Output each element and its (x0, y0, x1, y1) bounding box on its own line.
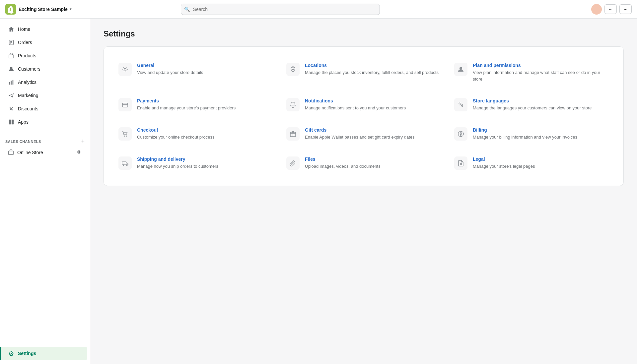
svg-rect-17 (9, 151, 13, 155)
truck-icon (118, 156, 132, 170)
svg-point-22 (124, 136, 125, 137)
topbar-button-2[interactable]: ··· (619, 4, 632, 14)
sidebar-item-analytics[interactable]: Analytics (3, 76, 87, 89)
settings-item-notifications[interactable]: Notifications Manage notifications sent … (280, 90, 448, 119)
home-icon (8, 26, 15, 32)
svg-point-27 (123, 165, 124, 166)
settings-item-locations[interactable]: Locations Manage the places you stock in… (280, 55, 448, 90)
customers-icon (8, 66, 15, 72)
sidebar: Home Orders Products Customers Analytics (0, 19, 90, 364)
settings-item-billing[interactable]: Billing Manage your billing information … (448, 119, 615, 149)
sidebar-item-orders[interactable]: Orders (3, 36, 87, 49)
settings-item-legal[interactable]: Legal Manage your store's legal pages (448, 149, 615, 178)
settings-item-title: Shipping and delivery (137, 156, 218, 162)
settings-item-desc: Manage notifications sent to you and you… (305, 105, 406, 111)
settings-item-payments[interactable]: Payments Enable and manage your store's … (112, 90, 280, 119)
gear-icon (118, 63, 132, 76)
document-icon (454, 156, 467, 170)
settings-item-files[interactable]: Files Upload images, videos, and documen… (280, 149, 448, 178)
settings-item-gift-cards[interactable]: Gift cards Enable Apple Wallet passes an… (280, 119, 448, 149)
svg-line-12 (10, 107, 13, 110)
settings-item-checkout[interactable]: Checkout Customize your online checkout … (112, 119, 280, 149)
settings-item-title: Store languages (473, 98, 592, 103)
svg-point-28 (126, 165, 127, 166)
settings-item-title: Files (305, 156, 381, 162)
marketing-icon (8, 92, 15, 99)
search-input[interactable] (181, 4, 380, 15)
topbar: Exciting Store Sample ▼ 🔍 ··· ··· (0, 0, 637, 19)
settings-item-desc: Customize your online checkout process (137, 134, 214, 141)
settings-item-title: Gift cards (305, 127, 414, 133)
dollar-icon (454, 127, 467, 141)
settings-item-desc: Enable Apple Wallet passes and set gift … (305, 134, 414, 141)
sidebar-item-home[interactable]: Home (3, 23, 87, 36)
page-title: Settings (104, 29, 624, 38)
svg-rect-13 (9, 120, 11, 122)
sidebar-item-discounts[interactable]: Discounts (3, 102, 87, 115)
sales-channels-section: SALES CHANNELS + (0, 134, 90, 146)
settings-item-desc: View and update your store details (137, 69, 203, 76)
avatar (591, 4, 602, 15)
location-icon (286, 63, 300, 76)
settings-item-title: Payments (137, 98, 236, 103)
orders-icon (8, 39, 15, 46)
translate-icon (454, 98, 467, 111)
settings-item-desc: Manage your billing information and view… (473, 134, 577, 141)
svg-rect-5 (9, 55, 14, 58)
topbar-actions: ··· ··· (591, 4, 632, 15)
shopify-icon (5, 4, 16, 15)
settings-item-plan[interactable]: Plan and permissions View plan informati… (448, 55, 615, 90)
main-content: Settings General View and update your st… (90, 19, 637, 364)
settings-item-shipping[interactable]: Shipping and delivery Manage how you shi… (112, 149, 280, 178)
settings-item-desc: Manage the places you stock inventory, f… (305, 69, 439, 76)
svg-rect-16 (12, 122, 14, 124)
settings-item-title: Locations (305, 63, 439, 68)
settings-item-general[interactable]: General View and update your store detai… (112, 55, 280, 90)
settings-item-title: General (137, 63, 203, 68)
svg-point-18 (124, 68, 126, 70)
search-icon: 🔍 (184, 7, 190, 12)
svg-rect-15 (9, 122, 11, 124)
products-icon (8, 52, 15, 59)
svg-point-10 (10, 107, 11, 109)
paperclip-icon (286, 156, 300, 170)
settings-item-desc: Manage how you ship orders to customers (137, 163, 218, 170)
svg-point-19 (292, 68, 294, 70)
sidebar-item-marketing[interactable]: Marketing (3, 89, 87, 102)
settings-item-title: Billing (473, 127, 577, 133)
settings-grid: General View and update your store detai… (112, 55, 615, 178)
settings-item-desc: Enable and manage your store's payment p… (137, 105, 236, 111)
online-store-icon (8, 150, 14, 155)
sidebar-item-online-store[interactable]: Online Store 👁 (3, 146, 87, 159)
search-bar: 🔍 (181, 4, 380, 15)
topbar-button-1[interactable]: ··· (604, 4, 617, 14)
add-sales-channel-button[interactable]: + (81, 138, 85, 145)
analytics-icon (8, 79, 15, 86)
settings-icon (8, 350, 15, 357)
svg-rect-26 (122, 162, 126, 165)
svg-point-20 (460, 67, 462, 70)
settings-card: General View and update your store detai… (104, 46, 624, 186)
settings-item-desc: Manage the languages your customers can … (473, 105, 592, 111)
discounts-icon (8, 105, 15, 112)
svg-point-11 (12, 109, 13, 110)
svg-rect-9 (13, 80, 14, 85)
settings-item-title: Plan and permissions (473, 63, 609, 68)
sidebar-item-products[interactable]: Products (3, 49, 87, 62)
store-logo[interactable]: Exciting Store Sample ▼ (5, 4, 72, 15)
svg-point-23 (126, 136, 127, 137)
layout: Home Orders Products Customers Analytics (0, 19, 637, 364)
apps-icon (8, 119, 15, 125)
store-name-label[interactable]: Exciting Store Sample ▼ (19, 7, 72, 12)
sidebar-item-customers[interactable]: Customers (3, 62, 87, 76)
settings-item-store-languages[interactable]: Store languages Manage the languages you… (448, 90, 615, 119)
sidebar-item-apps[interactable]: Apps (3, 115, 87, 129)
store-dropdown-icon: ▼ (69, 7, 72, 11)
svg-rect-8 (11, 81, 12, 85)
settings-item-title: Legal (473, 156, 535, 162)
payment-icon (118, 98, 132, 111)
svg-rect-14 (12, 120, 14, 122)
sidebar-item-settings[interactable]: Settings (0, 347, 87, 360)
svg-rect-7 (9, 82, 10, 85)
settings-item-desc: Manage your store's legal pages (473, 163, 535, 170)
